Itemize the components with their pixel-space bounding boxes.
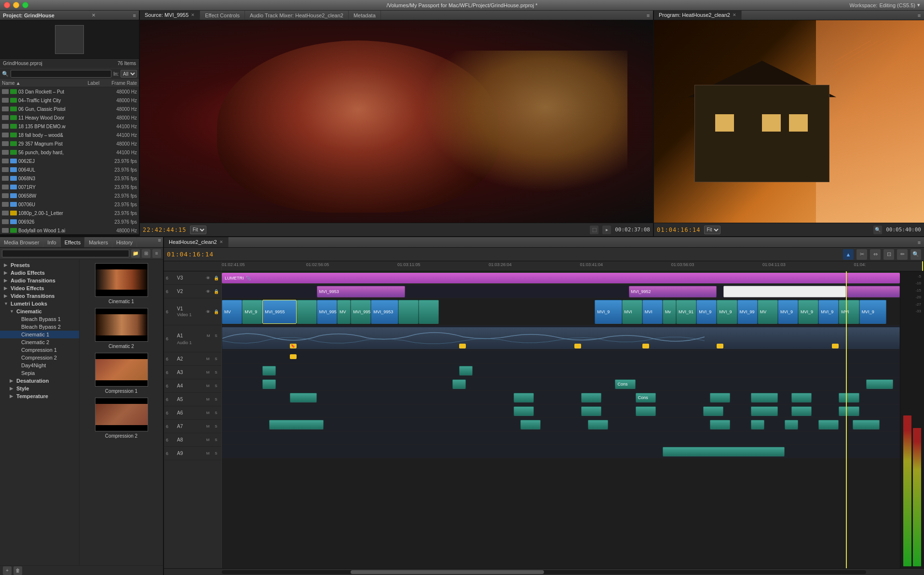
track-eye-icon[interactable]: 👁 bbox=[204, 308, 211, 315]
lumetri-clip[interactable]: LUMETRI 📎 bbox=[222, 273, 900, 283]
clip-a5-7[interactable] bbox=[791, 393, 812, 402]
project-panel-menu[interactable]: ≡ bbox=[133, 13, 136, 18]
tool-razor[interactable]: ✂ bbox=[856, 249, 867, 260]
list-item[interactable]: 56 punch, body hard,44100 Hz bbox=[0, 148, 139, 157]
tool-zoom[interactable]: 🔍 bbox=[910, 249, 921, 260]
tree-video-effects[interactable]: ▶Video Effects bbox=[0, 284, 79, 292]
tab-timeline[interactable]: HeatHouse2_clean2 ✕ bbox=[164, 237, 229, 247]
col-name-header[interactable]: Name ▲ bbox=[2, 80, 84, 86]
effects-search-input[interactable] bbox=[2, 250, 129, 257]
clip-mvi-v1-3[interactable]: MVI bbox=[622, 300, 642, 324]
tool-pen[interactable]: ✏ bbox=[897, 249, 908, 260]
col-label-header[interactable]: Label bbox=[84, 80, 103, 86]
track-mute-icon[interactable]: M bbox=[204, 423, 211, 430]
track-mute-icon[interactable]: M bbox=[204, 450, 211, 457]
tree-compression-2[interactable]: Compression 2 bbox=[0, 354, 79, 361]
tree-desaturation[interactable]: ▶Desaturation bbox=[0, 377, 79, 385]
clip-mvi9-v1-5[interactable]: MVI_9 bbox=[778, 300, 798, 324]
track-solo-icon[interactable]: S bbox=[213, 450, 219, 457]
col-framerate-header[interactable]: Frame Rate bbox=[103, 80, 137, 86]
track-solo-icon[interactable]: S bbox=[213, 396, 219, 403]
program-panel-menu[interactable]: ≡ bbox=[914, 11, 924, 20]
clip-a5-4[interactable]: Cons bbox=[636, 393, 656, 402]
list-item[interactable]: 00658W23.976 fps bbox=[0, 191, 139, 200]
track-mute-icon[interactable]: M bbox=[204, 437, 211, 443]
scrollbar-thumb[interactable] bbox=[351, 570, 544, 574]
tab-history[interactable]: History bbox=[112, 237, 137, 247]
tab-program[interactable]: Program: HeatHouse2_clean2 ✕ bbox=[654, 11, 742, 20]
clip-a5-6[interactable] bbox=[751, 393, 778, 402]
list-item[interactable]: 18 135 BPM DEMO.w44100 Hz bbox=[0, 122, 139, 131]
list-item[interactable]: 0071RY23.976 fps bbox=[0, 183, 139, 191]
preview-compression2[interactable]: Compression 2 bbox=[83, 398, 159, 439]
program-tab-close[interactable]: ✕ bbox=[733, 13, 736, 17]
clip-a5-5[interactable] bbox=[710, 393, 730, 402]
tree-compression-1[interactable]: Compression 1 bbox=[0, 346, 79, 354]
clip-a4-4[interactable] bbox=[866, 379, 893, 389]
clip-mvi9955-v1-2[interactable]: MVI_9955 bbox=[317, 300, 337, 324]
clip-mvi99-v1[interactable]: MVI_99 bbox=[737, 300, 758, 324]
clip-a4-2[interactable] bbox=[452, 379, 466, 389]
tab-info[interactable]: Info bbox=[43, 237, 60, 247]
list-item[interactable]: 00706U23.976 fps bbox=[0, 200, 139, 209]
timeline-panel-menu[interactable]: ≡ bbox=[914, 237, 924, 247]
list-item[interactable]: 0068N323.976 fps bbox=[0, 174, 139, 183]
list-item[interactable]: 29 357 Magnum Pist48000 Hz bbox=[0, 139, 139, 148]
clip-mv-v1-2[interactable]: MV bbox=[337, 300, 351, 324]
clip-a6-4[interactable] bbox=[703, 406, 723, 416]
clip-mv-v1-1[interactable]: MV bbox=[222, 300, 242, 324]
list-item[interactable]: 0064UL23.976 fps bbox=[0, 165, 139, 174]
clip-mvi91-v1[interactable]: MVI_91 bbox=[676, 300, 696, 324]
track-mute-icon[interactable]: M bbox=[205, 333, 212, 339]
tree-temperature[interactable]: ▶Temperature bbox=[0, 392, 79, 400]
tree-audio-transitions[interactable]: ▶Audio Transitions bbox=[0, 277, 79, 284]
clip-a5-3[interactable] bbox=[581, 393, 601, 402]
clip-a6-5[interactable] bbox=[751, 406, 778, 416]
project-panel-close[interactable]: ✕ bbox=[92, 13, 95, 18]
timeline-timecode[interactable]: 01:04:16:14 bbox=[167, 251, 214, 258]
track-eye-icon[interactable]: 👁 bbox=[204, 275, 211, 281]
timeline-tab-close[interactable]: ✕ bbox=[219, 240, 223, 244]
panel-resize-handle[interactable] bbox=[0, 234, 139, 236]
clip-mvi9-v1-4[interactable]: MVI_9 bbox=[717, 300, 737, 324]
track-solo-icon[interactable]: S bbox=[213, 437, 219, 443]
source-timecode[interactable]: 22:42:44:15 bbox=[143, 227, 186, 233]
source-fit-select[interactable]: Fit bbox=[190, 226, 206, 234]
tab-audio-track-mixer[interactable]: Audio Track Mixer: HeatHouse2_clean2 bbox=[245, 11, 349, 20]
project-search-input[interactable] bbox=[11, 70, 111, 78]
clip-teal-v1-3[interactable] bbox=[419, 300, 439, 324]
clip-mvi9-v1-7[interactable]: MVI_9 bbox=[818, 300, 839, 324]
clip-a9-1[interactable] bbox=[663, 447, 785, 456]
list-item[interactable]: 06 Gun, Classic Pistol48000 Hz bbox=[0, 105, 139, 113]
track-solo-icon[interactable]: S bbox=[213, 423, 219, 430]
track-solo-icon[interactable]: S bbox=[213, 333, 219, 339]
clip-mvi9953-v1[interactable]: MVI_9953 bbox=[371, 300, 398, 324]
tree-sepia[interactable]: Sepia bbox=[0, 369, 79, 377]
tree-cinematic-1[interactable]: Cinematic 1 bbox=[0, 331, 79, 338]
clip-a7-6[interactable] bbox=[785, 420, 798, 429]
clip-mvi995-v1[interactable]: MVI_995 bbox=[351, 300, 371, 324]
track-lock-icon[interactable]: 🔒 bbox=[213, 288, 219, 295]
source-panel-menu[interactable]: ≡ bbox=[643, 11, 653, 20]
preview-cinematic2[interactable]: Cinematic 2 bbox=[83, 308, 159, 349]
clip-mvi9-v1-8[interactable]: MVI bbox=[839, 300, 859, 324]
tab-media-browser[interactable]: Media Browser bbox=[0, 237, 43, 247]
track-eye-icon[interactable]: 👁 bbox=[204, 288, 211, 295]
track-solo-icon[interactable]: S bbox=[213, 410, 219, 416]
list-item[interactable]: 00692623.976 fps bbox=[0, 217, 139, 226]
clip-mvi9-v1-2[interactable]: MVI_9 bbox=[595, 300, 622, 324]
minimize-button[interactable] bbox=[13, 2, 19, 8]
in-select[interactable]: All bbox=[121, 70, 137, 78]
new-bin-button[interactable]: + bbox=[3, 566, 12, 575]
clip-a6-6[interactable] bbox=[791, 406, 812, 416]
tree-lumetri-looks[interactable]: ▼Lumetri Looks bbox=[0, 300, 79, 308]
track-mute-icon[interactable]: M bbox=[204, 369, 211, 376]
tree-style[interactable]: ▶Style bbox=[0, 385, 79, 392]
track-solo-icon[interactable]: S bbox=[213, 383, 219, 389]
clip-purple-right-v2[interactable] bbox=[846, 286, 900, 297]
close-button[interactable] bbox=[4, 2, 10, 8]
tree-day4night[interactable]: Day4Night bbox=[0, 361, 79, 369]
clip-a6-7[interactable] bbox=[839, 406, 859, 416]
list-item[interactable]: 11 Heavy Wood Door48000 Hz bbox=[0, 113, 139, 122]
clip-mvi-v1-4[interactable]: MVI bbox=[642, 300, 663, 324]
